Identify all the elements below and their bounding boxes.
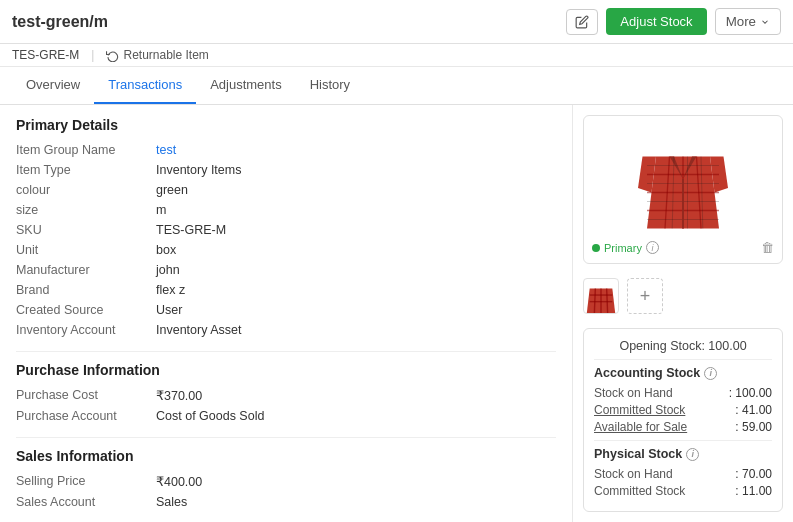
field-value: box bbox=[156, 243, 176, 257]
divider-2 bbox=[16, 437, 556, 438]
field-purchase-cost: Purchase Cost ₹370.00 bbox=[16, 388, 556, 403]
stock-row-hand: Stock on Hand : 100.00 bbox=[594, 386, 772, 400]
field-value: m bbox=[156, 203, 166, 217]
purchase-information-section: Purchase Information Purchase Cost ₹370.… bbox=[16, 362, 556, 423]
thumbnail-row: + bbox=[583, 274, 783, 318]
physical-info-icon[interactable]: i bbox=[686, 448, 699, 461]
stock-info-box: Opening Stock: 100.00 Accounting Stock i… bbox=[583, 328, 783, 512]
field-manufacturer: Manufacturer john bbox=[16, 263, 556, 277]
purchase-information-title: Purchase Information bbox=[16, 362, 556, 378]
field-inventory-account: Inventory Account Inventory Asset bbox=[16, 323, 556, 337]
field-label: Manufacturer bbox=[16, 263, 156, 277]
add-image-button[interactable]: + bbox=[627, 278, 663, 314]
field-item-type: Item Type Inventory Items bbox=[16, 163, 556, 177]
thumbnail-shirt bbox=[584, 279, 618, 313]
page-title: test-green/m bbox=[12, 13, 566, 31]
field-label: size bbox=[16, 203, 156, 217]
accounting-stock-title: Accounting Stock i bbox=[594, 366, 772, 380]
field-selling-price: Selling Price ₹400.00 bbox=[16, 474, 556, 489]
field-value: User bbox=[156, 303, 182, 317]
stock-row-committed: Committed Stock : 41.00 bbox=[594, 403, 772, 417]
field-value: flex z bbox=[156, 283, 185, 297]
edit-button[interactable] bbox=[566, 9, 598, 35]
field-value: TES-GRE-M bbox=[156, 223, 226, 237]
primary-dot bbox=[592, 244, 600, 252]
sales-information-title: Sales Information bbox=[16, 448, 556, 464]
returnable-icon bbox=[106, 49, 119, 62]
field-value: Sales bbox=[156, 495, 187, 509]
stock-divider bbox=[594, 440, 772, 441]
product-image-container: Primary i 🗑 bbox=[583, 115, 783, 264]
primary-badge: Primary i bbox=[592, 241, 659, 254]
page-header: test-green/m Adjust Stock More bbox=[0, 0, 793, 44]
adjust-stock-button[interactable]: Adjust Stock bbox=[606, 8, 706, 35]
field-label: Selling Price bbox=[16, 474, 156, 489]
primary-info-icon[interactable]: i bbox=[646, 241, 659, 254]
field-label: Unit bbox=[16, 243, 156, 257]
returnable-badge: Returnable Item bbox=[106, 48, 208, 62]
field-label: Brand bbox=[16, 283, 156, 297]
field-value: Inventory Items bbox=[156, 163, 241, 177]
shirt-illustration bbox=[638, 129, 728, 229]
field-label: Sales Account bbox=[16, 495, 156, 509]
field-label: Item Type bbox=[16, 163, 156, 177]
field-created-source: Created Source User bbox=[16, 303, 556, 317]
svg-line-22 bbox=[594, 288, 595, 313]
chevron-down-icon bbox=[760, 17, 770, 27]
delete-image-button[interactable]: 🗑 bbox=[761, 240, 774, 255]
tab-overview[interactable]: Overview bbox=[12, 67, 94, 104]
thumbnail-image[interactable] bbox=[583, 278, 619, 314]
field-label: Item Group Name bbox=[16, 143, 156, 157]
field-value: green bbox=[156, 183, 188, 197]
more-label: More bbox=[726, 14, 756, 29]
primary-label: Primary bbox=[604, 242, 642, 254]
physical-stock-title: Physical Stock i bbox=[594, 447, 772, 461]
accounting-info-icon[interactable]: i bbox=[704, 367, 717, 380]
primary-details-title: Primary Details bbox=[16, 117, 556, 133]
returnable-label: Returnable Item bbox=[123, 48, 208, 62]
tabs-bar: Overview Transactions Adjustments Histor… bbox=[0, 67, 793, 105]
physical-row-hand: Stock on Hand : 70.00 bbox=[594, 467, 772, 481]
field-value: Cost of Goods Sold bbox=[156, 409, 264, 423]
image-actions: Primary i 🗑 bbox=[592, 240, 774, 255]
field-brand: Brand flex z bbox=[16, 283, 556, 297]
opening-stock: Opening Stock: 100.00 bbox=[594, 339, 772, 360]
svg-line-24 bbox=[607, 288, 608, 313]
field-value-link[interactable]: test bbox=[156, 143, 176, 157]
header-actions: Adjust Stock More bbox=[566, 8, 781, 35]
primary-details-section: Primary Details Item Group Name test Ite… bbox=[16, 117, 556, 337]
tab-transactions[interactable]: Transactions bbox=[94, 67, 196, 104]
stock-row-available: Available for Sale : 59.00 bbox=[594, 420, 772, 434]
field-label: Purchase Account bbox=[16, 409, 156, 423]
divider-1 bbox=[16, 351, 556, 352]
edit-icon bbox=[575, 15, 589, 29]
main-content: Primary Details Item Group Name test Ite… bbox=[0, 105, 793, 522]
product-image bbox=[592, 124, 774, 234]
field-item-group-name: Item Group Name test bbox=[16, 143, 556, 157]
field-value: john bbox=[156, 263, 180, 277]
right-panel: Primary i 🗑 + Opening S bbox=[573, 105, 793, 522]
field-label: SKU bbox=[16, 223, 156, 237]
physical-row-committed: Committed Stock : 11.00 bbox=[594, 484, 772, 498]
field-label: Created Source bbox=[16, 303, 156, 317]
tab-history[interactable]: History bbox=[296, 67, 364, 104]
tab-adjustments[interactable]: Adjustments bbox=[196, 67, 296, 104]
field-label: colour bbox=[16, 183, 156, 197]
field-value: ₹400.00 bbox=[156, 474, 202, 489]
field-size: size m bbox=[16, 203, 556, 217]
field-label: Purchase Cost bbox=[16, 388, 156, 403]
field-sku: SKU TES-GRE-M bbox=[16, 223, 556, 237]
sub-header: TES-GRE-M | Returnable Item bbox=[0, 44, 793, 67]
field-purchase-account: Purchase Account Cost of Goods Sold bbox=[16, 409, 556, 423]
field-label: Inventory Account bbox=[16, 323, 156, 337]
sales-information-section: Sales Information Selling Price ₹400.00 … bbox=[16, 448, 556, 509]
field-sales-account: Sales Account Sales bbox=[16, 495, 556, 509]
field-unit: Unit box bbox=[16, 243, 556, 257]
field-value: Inventory Asset bbox=[156, 323, 241, 337]
field-colour: colour green bbox=[16, 183, 556, 197]
sku-label: TES-GRE-M bbox=[12, 48, 79, 62]
left-panel: Primary Details Item Group Name test Ite… bbox=[0, 105, 573, 522]
field-value: ₹370.00 bbox=[156, 388, 202, 403]
more-button[interactable]: More bbox=[715, 8, 781, 35]
